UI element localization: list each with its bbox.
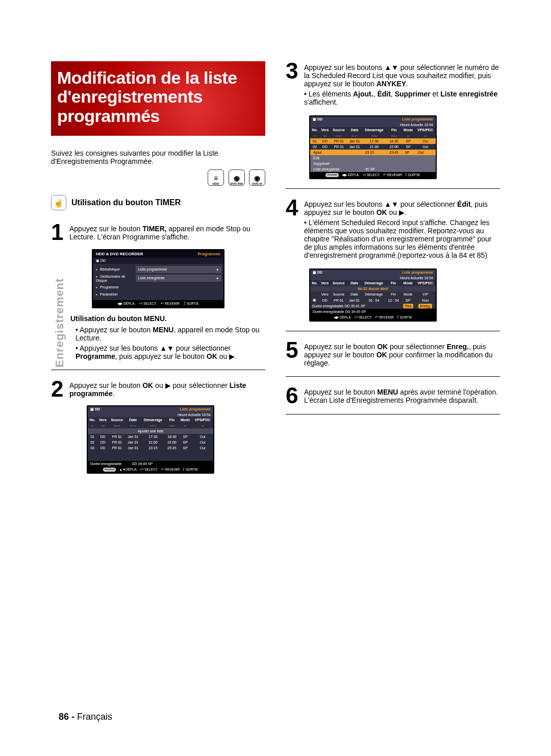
osd-liste-programmee: ▣ DDListe programmée Heure Actuelle 10:5… [87, 405, 214, 474]
menu-subheading: Utilisation du bouton MENU. [70, 314, 265, 323]
step-number-1: 1 [51, 223, 65, 241]
divider [286, 376, 500, 377]
step-4: 4 Appuyez sur les boutons ▲▼ pour sélect… [286, 198, 500, 261]
hdd-icon: ≡HDD [208, 169, 224, 186]
step-3: 3 Appuyez sur les boutons ▲▼ pour sélect… [286, 61, 500, 108]
step-2-text: Appuyez sur le bouton OK ou ▶ pour sélec… [69, 379, 265, 398]
divider [51, 370, 265, 370]
step-3-text: Appuyez sur les boutons ▲▼ pour sélectio… [304, 61, 500, 108]
osd-anykey-menu: ▣ DDListe programmée Heure Actuelle 10:5… [309, 115, 437, 179]
step-4-bullet: L'élément Scheduled Record Input s'affic… [304, 218, 500, 259]
title-line-1: Modification de la liste [57, 68, 259, 87]
step-1: 1 Appuyez sur le bouton TIMER, appareil … [51, 223, 265, 241]
dvdrw-icon: ◉DVD-RW [229, 169, 245, 186]
divider [286, 414, 500, 414]
title-line-2: d'enregistrements programmés [57, 87, 259, 126]
media-icon-row: ≡HDD ◉DVD-RW ◉DVD-R [51, 169, 265, 186]
side-category-label: Enregistrement [53, 278, 66, 368]
step-number-2: 2 [51, 379, 65, 398]
step-2: 2 Appuyez sur le bouton OK ou ▶ pour sél… [51, 379, 265, 398]
step-number-3: 3 [286, 61, 300, 108]
step-4-text: Appuyez sur les boutons ▲▼ pour sélectio… [304, 198, 500, 261]
osd-programme-menu: HDD & DVD RECORDERProgramme ▣ DD Bibliot… [92, 249, 224, 308]
step-1-text: Appuyez sur le bouton TIMER, appareil en… [69, 223, 265, 241]
divider [286, 331, 500, 331]
menu-usage-block: Utilisation du bouton MENU. Appuyez sur … [70, 314, 265, 360]
step-5-text: Appuyez sur le bouton OK pour sélectionn… [304, 340, 500, 367]
step-number-5: 5 [286, 340, 300, 367]
step-6: 6 Appuyez sur le bouton MENU après avoir… [286, 386, 500, 405]
divider [286, 188, 500, 189]
intro-text: Suivez les consignes suivantes pour modi… [51, 149, 265, 165]
main-title-box: Modification de la liste d'enregistremen… [51, 61, 265, 136]
step-number-4: 4 [286, 198, 300, 261]
step-number-6: 6 [286, 386, 300, 405]
osd-edit-entry: ▣ DDListe programmée Heure Actuelle 10:5… [309, 269, 437, 322]
section-heading-row: ☝ Utilisation du bouton TIMER [51, 195, 265, 210]
section-heading: Utilisation du bouton TIMER [71, 198, 181, 207]
step-6-text: Appuyez sur le bouton MENU après avoir t… [304, 386, 500, 405]
timer-icon: ☝ [51, 195, 66, 210]
dvdr-icon: ◉DVD-R [249, 169, 265, 186]
page-footer: 86 - Français [59, 712, 112, 722]
step-5: 5 Appuyez sur le bouton OK pour sélectio… [286, 340, 500, 367]
